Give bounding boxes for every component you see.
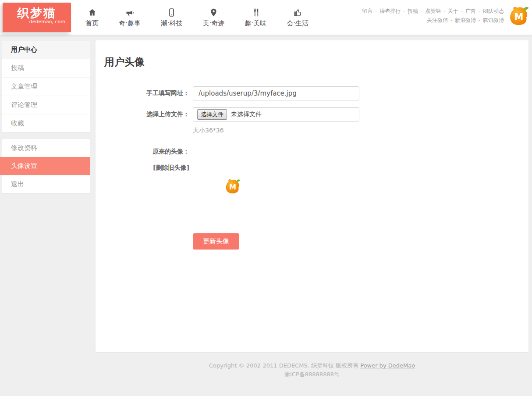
footer: Copyright © 2002-2011 DEDECMS. 织梦科技 版权所有… [96, 361, 528, 379]
sidebar-item[interactable]: 投稿 [2, 59, 90, 77]
header-links: 留言 - 读者排行 - 投稿 - 点赞墙 - 关于 - 广告 - 团队动态 关注… [362, 7, 504, 25]
copyright-text: Copyright © 2002-2011 DEDECMS. 织梦科技 版权所有 [209, 362, 358, 369]
header-link[interactable]: 关注微信 [427, 17, 448, 23]
nav-label: 美·奇迹 [203, 19, 225, 28]
thumbs-up-icon [293, 7, 302, 17]
header-link[interactable]: 投稿 [408, 8, 418, 14]
nav-item-food[interactable]: 趣·美味 [234, 7, 277, 28]
sidebar-item[interactable]: 退出 [2, 175, 90, 193]
nav-item-tech[interactable]: 潮·科技 [151, 7, 193, 28]
link-separator: - [419, 8, 424, 14]
sidebar-section-title: 用户中心 [2, 41, 90, 59]
file-status-text: 未选择文件 [231, 111, 262, 118]
utensils-icon [251, 7, 260, 17]
nav-item-wonder[interactable]: 美·奇迹 [193, 7, 235, 28]
copyright-line: Copyright © 2002-2011 DEDECMS. 织梦科技 版权所有… [96, 361, 528, 370]
sidebar-item-active[interactable]: 头像设置 [0, 157, 90, 175]
logo-subtitle: dedemao, com [3, 19, 71, 25]
mascot-letter: M [514, 12, 524, 22]
size-hint: 大小36*36 [193, 127, 528, 135]
sidebar-group-main: 投稿文章管理评论管理收藏 [2, 59, 90, 132]
link-separator: - [401, 8, 407, 14]
sidebar-box-account: 修改资料头像设置退出 [2, 139, 90, 193]
sidebar-group-account: 修改资料头像设置退出 [2, 139, 90, 193]
sidebar-item[interactable]: 评论管理 [2, 96, 90, 114]
header-link[interactable]: 腾讯微博 [483, 17, 504, 23]
sidebar: 用户中心 投稿文章管理评论管理收藏 修改资料头像设置退出 [2, 41, 90, 200]
main-nav: 首页 奇·趣事 潮·科技 美·奇迹 趣·美味 [75, 0, 319, 35]
home-icon [88, 7, 97, 17]
nav-label: 会·生活 [287, 19, 309, 28]
logo-title: 织梦猫 [3, 7, 71, 20]
url-label: 手工填写网址： [96, 89, 189, 97]
nav-item-life[interactable]: 会·生活 [277, 7, 319, 28]
smartphone-icon [167, 7, 176, 17]
sidebar-item[interactable]: 修改资料 [2, 139, 90, 157]
link-separator: - [373, 8, 379, 14]
dedemao-cat-icon[interactable]: M [508, 5, 529, 27]
url-form-row: 手工填写网址： [96, 86, 528, 100]
site-header: 织梦猫 dedemao, com 首页 奇·趣事 潮·科技 美·奇迹 [0, 0, 532, 35]
old-avatar-row: 原来的头像： [96, 148, 528, 156]
nav-label: 潮·科技 [161, 19, 183, 28]
header-links-row2: 关注微信 - 新浪微博 - 腾讯微博 [362, 16, 504, 25]
header-link[interactable]: 团队动态 [483, 8, 504, 14]
header-links-row1: 留言 - 读者排行 - 投稿 - 点赞墙 - 关于 - 广告 - 团队动态 [362, 7, 504, 16]
delete-old-row: [删除旧头像] [96, 164, 528, 172]
sidebar-item[interactable]: 文章管理 [2, 77, 90, 96]
nav-label: 奇·趣事 [119, 19, 141, 28]
sidebar-item[interactable]: 收藏 [2, 114, 90, 132]
megaphone-icon [125, 7, 134, 17]
nav-item-home[interactable]: 首页 [75, 7, 109, 28]
sidebar-box-main: 用户中心 投稿文章管理评论管理收藏 [2, 41, 90, 132]
update-avatar-button[interactable]: 更新头像 [193, 233, 239, 250]
header-link[interactable]: 新浪微博 [455, 17, 476, 23]
file-input[interactable]: 选择文件 未选择文件 [193, 107, 359, 121]
current-avatar-image: M [224, 178, 241, 195]
header-link[interactable]: 点赞墙 [425, 8, 441, 14]
link-separator: - [459, 8, 465, 14]
old-avatar-label: 原来的头像： [96, 148, 189, 156]
avatar-url-input[interactable] [193, 86, 359, 100]
choose-file-button[interactable]: 选择文件 [197, 109, 227, 120]
power-by-link[interactable]: Power by DedeMao [360, 362, 415, 369]
upload-label: 选择上传文件： [96, 111, 189, 118]
nav-label: 趣·美味 [245, 19, 266, 28]
page-title: 用户头像 [104, 55, 528, 69]
link-separator: - [477, 8, 482, 14]
link-separator: - [449, 17, 454, 23]
main-card: 用户头像 手工填写网址： 选择上传文件： 选择文件 未选择文件 大小36*36 … [96, 40, 528, 352]
nav-item-fun[interactable]: 奇·趣事 [109, 7, 151, 28]
link-separator: - [442, 8, 447, 14]
site-logo[interactable]: 织梦猫 dedemao, com [3, 3, 71, 32]
header-link[interactable]: 关于 [448, 8, 458, 14]
delete-old-avatar-link[interactable]: [删除旧头像] [153, 164, 189, 171]
location-pin-icon [209, 7, 218, 17]
avatar-mascot-letter: M [229, 183, 236, 191]
header-link[interactable]: 广告 [465, 8, 476, 14]
header-link[interactable]: 读者排行 [379, 8, 401, 14]
upload-form-row: 选择上传文件： 选择文件 未选择文件 [96, 107, 528, 121]
link-separator: - [477, 17, 482, 23]
nav-label: 首页 [85, 19, 99, 28]
icp-number: 渝ICP备88888888号 [96, 370, 528, 379]
header-link[interactable]: 留言 [362, 8, 372, 14]
